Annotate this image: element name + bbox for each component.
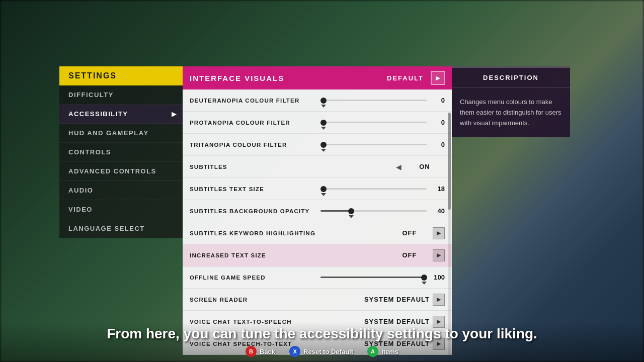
- screen-reader-toggle[interactable]: SYSTEM DEFAULT ▶: [364, 294, 445, 306]
- screen-reader-arrow[interactable]: ▶: [433, 294, 445, 306]
- scrollbar-thumb[interactable]: [448, 113, 451, 210]
- setting-subtitles-text-size: SUBTITLES TEXT SIZE 18: [183, 178, 452, 200]
- offline-speed-slider[interactable]: 100: [320, 274, 445, 281]
- center-panel: INTERFACE VISUALS DEFAULT ▶ DEUTERANOPIA…: [183, 66, 452, 355]
- deuteranopia-slider[interactable]: 0: [320, 97, 445, 104]
- increased-text-size-arrow[interactable]: ▶: [433, 249, 445, 261]
- screen-reader-value: SYSTEM DEFAULT: [364, 296, 430, 303]
- protanopia-slider[interactable]: 0: [320, 119, 445, 126]
- sidebar-item-audio[interactable]: AUDIO: [59, 181, 183, 200]
- offline-speed-label: OFFLINE GAME SPEED: [190, 275, 320, 281]
- subtitles-label: SUBTITLES: [190, 164, 320, 170]
- panel-header: INTERFACE VISUALS DEFAULT ▶: [183, 66, 452, 89]
- offline-speed-track: [320, 277, 427, 278]
- back-icon: B: [246, 346, 257, 357]
- subtitles-keyword-label: SUBTITLES KEYWORD HIGHLIGHTING: [190, 230, 320, 236]
- subtitles-bg-opacity-control: 40: [320, 207, 445, 215]
- settings-list: DEUTERANOPIA COLOUR FILTER 0: [183, 89, 452, 355]
- subtitles-keyword-control: OFF ▶: [320, 227, 445, 239]
- panel-title: INTERFACE VISUALS: [190, 74, 284, 82]
- panel-header-right: DEFAULT ▶: [387, 71, 445, 85]
- setting-subtitles-keyword: SUBTITLES KEYWORD HIGHLIGHTING OFF ▶: [183, 222, 452, 244]
- protanopia-control: 0: [320, 119, 445, 126]
- subtitles-left-arrow[interactable]: ◀: [396, 163, 401, 171]
- increased-text-size-label: INCREASED TEXT SIZE: [190, 252, 320, 258]
- screen-reader-label: SCREEN READER: [190, 297, 320, 303]
- setting-protanopia: PROTANOPIA COLOUR FILTER 0: [183, 112, 452, 134]
- increased-text-size-toggle[interactable]: OFF ▶: [389, 249, 445, 261]
- deuteranopia-label: DEUTERANOPIA COLOUR FILTER: [190, 98, 320, 104]
- scrollbar[interactable]: [448, 113, 451, 355]
- back-label: Back: [260, 348, 275, 355]
- sidebar-item-accessibility[interactable]: ACCESSIBILITY: [59, 105, 183, 124]
- deuteranopia-value: 0: [431, 97, 445, 104]
- subtitles-text-size-slider[interactable]: 18: [320, 185, 445, 193]
- bottom-controls: B Back X Reset to Default A Items: [246, 346, 398, 357]
- main-area: SETTINGS DIFFICULTY ACCESSIBILITY HUD AN…: [0, 0, 644, 362]
- settings-title: SETTINGS: [59, 66, 183, 85]
- sidebar: SETTINGS DIFFICULTY ACCESSIBILITY HUD AN…: [59, 66, 183, 238]
- subtitles-text-size-label: SUBTITLES TEXT SIZE: [190, 186, 320, 192]
- setting-subtitles: SUBTITLES ◀ ON: [183, 156, 452, 178]
- setting-increased-text-size: INCREASED TEXT SIZE OFF ▶: [183, 244, 452, 266]
- setting-subtitles-bg-opacity: SUBTITLES BACKGROUND OPACITY 40: [183, 200, 452, 222]
- offline-speed-value: 100: [431, 274, 445, 281]
- subtitles-keyword-value: OFF: [389, 229, 430, 237]
- sidebar-item-controls[interactable]: CONTROLS: [59, 143, 183, 162]
- setting-tritanopia: TRITANOPIA COLOUR FILTER 0: [183, 134, 452, 156]
- sidebar-item-language[interactable]: LANGUAGE SELECT: [59, 219, 183, 238]
- subtitle-text: From here, you can tune the accessibilit…: [107, 326, 537, 342]
- subtitles-toggle[interactable]: ◀ ON: [396, 163, 445, 171]
- items-button[interactable]: A Items: [367, 346, 398, 357]
- tritanopia-track: [320, 144, 427, 145]
- items-icon: A: [367, 346, 378, 357]
- subtitles-control: ◀ ON: [320, 163, 445, 171]
- sidebar-item-difficulty[interactable]: DIFFICULTY: [59, 85, 183, 105]
- description-panel: DESCRIPTION Changes menu colours to make…: [452, 66, 570, 137]
- ui-container: SETTINGS DIFFICULTY ACCESSIBILITY HUD AN…: [0, 0, 644, 362]
- subtitles-bg-opacity-label: SUBTITLES BACKGROUND OPACITY: [190, 208, 320, 214]
- deuteranopia-track: [320, 100, 427, 101]
- panel-default-label: DEFAULT: [387, 74, 424, 82]
- tritanopia-label: TRITANOPIA COLOUR FILTER: [190, 142, 320, 148]
- subtitles-text-size-control: 18: [320, 185, 445, 193]
- subtitles-keyword-toggle[interactable]: OFF ▶: [389, 227, 445, 239]
- reset-icon: X: [289, 346, 300, 357]
- setting-screen-reader: SCREEN READER SYSTEM DEFAULT ▶: [183, 289, 452, 311]
- bottom-bar: From here, you can tune the accessibilit…: [0, 322, 644, 362]
- subtitles-bg-opacity-slider[interactable]: 40: [320, 207, 445, 215]
- back-button[interactable]: B Back: [246, 346, 275, 357]
- tritanopia-control: 0: [320, 141, 445, 148]
- reset-button[interactable]: X Reset to Default: [289, 346, 353, 357]
- reset-label: Reset to Default: [303, 348, 353, 355]
- protanopia-label: PROTANOPIA COLOUR FILTER: [190, 120, 320, 126]
- panel-header-arrow-btn[interactable]: ▶: [431, 71, 445, 85]
- setting-deuteranopia: DEUTERANOPIA COLOUR FILTER 0: [183, 89, 452, 112]
- subtitles-value: ON: [405, 163, 445, 170]
- protanopia-track: [320, 122, 427, 123]
- sidebar-item-hud[interactable]: HUD AND GAMEPLAY: [59, 124, 183, 143]
- offline-speed-control: 100: [320, 274, 445, 281]
- subtitles-text-size-value: 18: [431, 185, 445, 193]
- subtitles-bg-opacity-track: [320, 210, 427, 212]
- sidebar-item-advanced-controls[interactable]: ADVANCED CONTROLS: [59, 162, 183, 181]
- description-header: DESCRIPTION: [452, 68, 570, 88]
- screen-reader-control: SYSTEM DEFAULT ▶: [320, 294, 445, 306]
- deuteranopia-control: 0: [320, 97, 445, 104]
- description-text: Changes menu colours to make them easier…: [452, 88, 570, 137]
- subtitles-keyword-arrow[interactable]: ▶: [433, 227, 445, 239]
- sidebar-item-video[interactable]: VIDEO: [59, 200, 183, 219]
- subtitles-text-size-track: [320, 188, 427, 190]
- tritanopia-value: 0: [431, 141, 445, 148]
- subtitles-bg-opacity-value: 40: [431, 207, 445, 215]
- increased-text-size-control: OFF ▶: [320, 249, 445, 261]
- items-label: Items: [381, 348, 398, 355]
- increased-text-size-value: OFF: [389, 251, 430, 259]
- setting-offline-speed: OFFLINE GAME SPEED 100: [183, 266, 452, 289]
- tritanopia-slider[interactable]: 0: [320, 141, 445, 148]
- protanopia-value: 0: [431, 119, 445, 126]
